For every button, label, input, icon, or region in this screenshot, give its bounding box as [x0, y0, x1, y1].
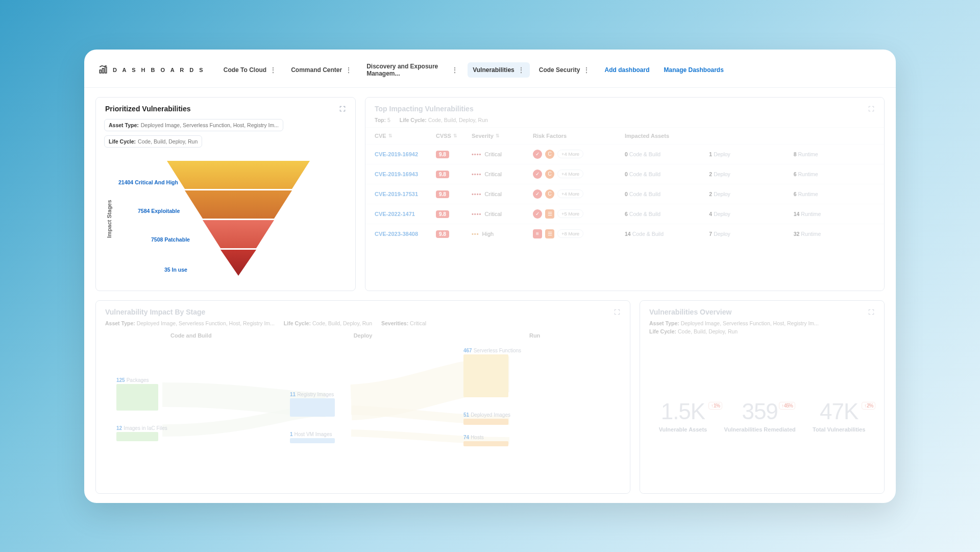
sankey-chart: Code and Build Deploy Run 125Pack [96, 330, 630, 493]
funnel-svg [162, 161, 315, 278]
expand-icon[interactable] [339, 105, 346, 112]
risk-cell: ✓C+4 More [533, 189, 625, 199]
tab-label: Command Center [291, 66, 342, 74]
add-dashboard-link[interactable]: Add dashboard [599, 62, 654, 78]
stage-head: Code and Build [105, 332, 277, 339]
tab-code-security[interactable]: Code Security⋮ [534, 62, 596, 78]
cve-link[interactable]: CVE-2019-17531 [375, 191, 436, 197]
node-hosts[interactable]: 74Hosts [463, 435, 508, 446]
more-pill[interactable]: +4 More [557, 150, 583, 158]
cvss-badge: 9.8 [436, 190, 449, 198]
table-row[interactable]: CVE-2019-17531 9.8 •••• Critical ✓C+4 Mo… [365, 184, 884, 204]
node-registry[interactable]: 11Registry Images [290, 392, 335, 417]
node-iac[interactable]: 12Images in IaC Files [116, 425, 167, 441]
risk-box-icon: ≡ [533, 229, 542, 238]
col-severity[interactable]: Severity⇅ [472, 133, 533, 139]
col-cvss[interactable]: CVSS⇅ [436, 133, 472, 139]
cve-link[interactable]: CVE-2023-38408 [375, 231, 436, 237]
severity-cell: •••• Critical [472, 171, 533, 177]
card-top-impacting: Top Impacting Vulnerabilities Top: 5 Lif… [365, 97, 885, 291]
tab-discovery-exposure[interactable]: Discovery and Exposure Managem...⋮ [361, 59, 463, 81]
impacted-cell: 6Code & Build4Deploy14Runtime [625, 211, 875, 217]
y-axis-label: Impact Stages [103, 155, 115, 283]
node-hostvm[interactable]: 1Host VM Images [290, 431, 335, 443]
impacted-cell: 14Code & Build7Deploy32Runtime [625, 231, 875, 237]
table-row[interactable]: CVE-2019-16942 9.8 •••• Critical ✓C+4 Mo… [365, 144, 884, 164]
risk-box-icon: ☰ [545, 209, 554, 219]
card-prioritized-vulnerabilities: Prioritized Vulnerabilities Asset Type:D… [95, 97, 356, 291]
risk-c-icon: C [545, 189, 554, 199]
tab-label: Code To Cloud [224, 66, 266, 74]
sort-icon: ⇅ [496, 133, 500, 138]
risk-check-icon: ✓ [533, 150, 542, 159]
risk-check-icon: ✓ [533, 209, 542, 219]
node-packages[interactable]: 125Packages [116, 377, 158, 411]
col-cve[interactable]: CVE⇅ [375, 133, 436, 139]
card-title: Top Impacting Vulnerabilities [375, 105, 474, 113]
delta-badge: 1% [708, 402, 722, 410]
risk-cell: ✓☰+5 More [533, 209, 625, 219]
severity-cell: •••• Critical [472, 211, 533, 217]
expand-icon[interactable] [868, 308, 875, 316]
dashboard-body: Prioritized Vulnerabilities Asset Type:D… [84, 88, 896, 503]
manage-dashboards-link[interactable]: Manage Dashboards [658, 62, 728, 78]
chip-asset-type[interactable]: Asset Type:Deployed Image, Serverless Fu… [104, 119, 283, 131]
app-frame: D A S H B O A R D S Code To Cloud⋮ Comma… [84, 50, 896, 503]
tab-command-center[interactable]: Command Center⋮ [286, 62, 357, 78]
cve-link[interactable]: CVE-2019-16942 [375, 151, 436, 157]
kpi-row: 1.5K1% Vulnerable Assets 35945% Vulnerab… [640, 339, 884, 493]
funnel-label: 7584 Exploitable [138, 208, 180, 214]
expand-icon[interactable] [868, 105, 875, 112]
brand: D A S H B O A R D S [99, 65, 205, 75]
svg-rect-1 [103, 68, 104, 73]
svg-marker-3 [167, 161, 310, 189]
chip-life-cycle[interactable]: Life Cycle:Code, Build, Deploy, Run [104, 135, 202, 148]
svg-marker-4 [185, 190, 292, 219]
cvss-badge: 9.8 [436, 171, 449, 178]
cvss-badge: 9.8 [436, 210, 449, 218]
severity-cell: •••• Critical [472, 191, 533, 197]
tab-vulnerabilities[interactable]: Vulnerabilities⋮ [468, 62, 530, 78]
risk-c-icon: C [545, 150, 554, 159]
table-row[interactable]: CVE-2022-1471 9.8 •••• Critical ✓☰+5 Mor… [365, 204, 884, 224]
funnel-label: 35 In use [164, 267, 187, 273]
cvss-badge: 9.8 [436, 151, 449, 158]
col-impacted[interactable]: Impacted Assets [625, 133, 875, 139]
risk-c-icon: C [545, 170, 554, 179]
node-serverless[interactable]: 467Serverless Functions [463, 348, 521, 397]
more-pill[interactable]: +8 More [557, 229, 583, 238]
topbar: D A S H B O A R D S Code To Cloud⋮ Comma… [84, 50, 896, 88]
card-impact-by-stage: Vulnerability Impact By Stage Asset Type… [95, 300, 630, 494]
svg-marker-5 [203, 220, 274, 248]
cve-link[interactable]: CVE-2022-1471 [375, 211, 436, 217]
kpi-total[interactable]: 47K2% Total Vulnerabilities [813, 399, 865, 433]
risk-check-icon: ✓ [533, 170, 542, 179]
card-title: Prioritized Vulnerabilities [105, 105, 191, 113]
kpi-remediated[interactable]: 35945% Vulnerabilities Remediated [724, 399, 796, 433]
risk-cell: ✓C+4 More [533, 170, 625, 179]
delta-badge: 2% [862, 402, 875, 410]
tab-code-to-cloud[interactable]: Code To Cloud⋮ [218, 62, 282, 78]
risk-check-icon: ✓ [533, 189, 542, 199]
node-deployed[interactable]: 51Deployed Images [463, 412, 510, 425]
brand-title: D A S H B O A R D S [113, 67, 205, 73]
sort-icon: ⇅ [388, 133, 393, 138]
filter-chips: Asset Type:Deployed Image, Serverless Fu… [96, 116, 355, 153]
sankey-flows [96, 344, 630, 493]
sankey-filters: Asset Type: Deployed Image, Serverless F… [96, 319, 630, 330]
delta-badge: 45% [779, 402, 795, 410]
dashboard-icon [99, 65, 108, 75]
col-risk[interactable]: Risk Factors [533, 133, 625, 139]
cve-link[interactable]: CVE-2019-16943 [375, 171, 436, 177]
more-pill[interactable]: +4 More [557, 170, 583, 178]
expand-icon[interactable] [614, 308, 621, 316]
tab-label: Discovery and Exposure Managem... [366, 63, 448, 77]
tab-label: Vulnerabilities [473, 66, 514, 74]
table-row[interactable]: CVE-2023-38408 9.8 ••• High ≡☰+8 More 14… [365, 224, 884, 244]
funnel-chart: Impact Stages 21404 C [96, 153, 355, 291]
more-pill[interactable]: +4 More [557, 189, 583, 198]
table-row[interactable]: CVE-2019-16943 9.8 •••• Critical ✓C+4 Mo… [365, 164, 884, 184]
more-pill[interactable]: +5 More [557, 209, 583, 218]
kpi-vulnerable-assets[interactable]: 1.5K1% Vulnerable Assets [659, 399, 707, 433]
severity-cell: •••• Critical [472, 151, 533, 157]
